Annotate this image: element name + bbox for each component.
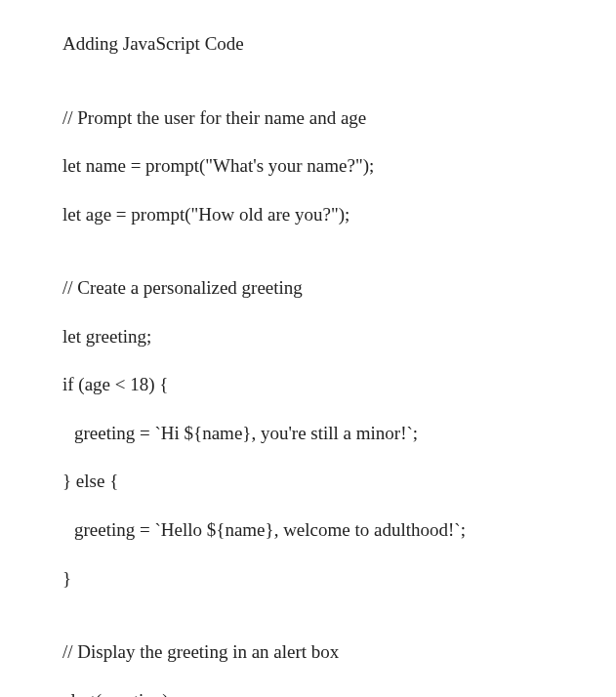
code-block: // Prompt the user for their name and ag… [62,104,565,697]
code-line: // Create a personalized greeting [62,274,565,302]
code-line: if (age < 18) { [62,371,565,398]
page-title: Adding JavaScript Code [62,31,565,58]
code-line: let name = prompt("What's your name?"); [62,152,565,180]
code-line: greeting = `Hi ${name}, you're still a m… [62,420,565,447]
code-line: let greeting; [62,323,565,350]
code-line: } [62,565,565,593]
document-page: Adding JavaScript Code // Prompt the use… [0,0,616,697]
code-line: // Prompt the user for their name and ag… [62,104,565,132]
code-line: let age = prompt("How old are you?"); [62,201,565,228]
code-line: greeting = `Hello ${name}, welcome to ad… [62,516,565,544]
code-line: // Display the greeting in an alert box [62,638,565,666]
code-line: } else { [62,468,565,495]
code-line: alert(greeting); [62,687,565,697]
